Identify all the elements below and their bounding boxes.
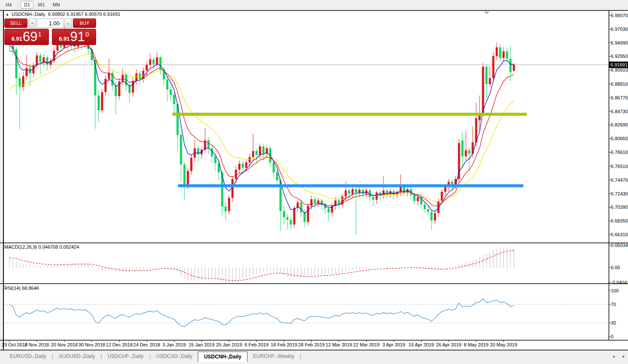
date-axis-label: 18 Feb 2019 (271, 342, 297, 347)
candle-bear (328, 208, 330, 212)
trading-platform-window: H4 D1 W1 MN 6.990706.970306.949906.92950… (0, 0, 628, 364)
candle-bear (304, 213, 306, 222)
trendline-support-blue[interactable] (178, 184, 523, 187)
candle-bull (441, 192, 443, 201)
date-axis-label: 3 Jan 2019 (163, 342, 186, 347)
buy-button[interactable]: BUY (73, 18, 96, 28)
candle-bear (170, 90, 172, 95)
price-axis-label: 6.74470 (611, 177, 628, 183)
candle-bull (513, 65, 515, 71)
candle-bear (462, 140, 464, 156)
candle-bear (424, 205, 426, 209)
candle-bear (300, 202, 302, 212)
date-axis-label: 15 Jan 2019 (189, 342, 215, 347)
candle-bear (486, 67, 488, 84)
candle-bear (173, 95, 175, 104)
date-axis-label: 12 Dec 2018 (106, 342, 133, 347)
price-axis-label: 6.78610 (611, 150, 628, 155)
date-axis-label: 6 Feb 2019 (245, 342, 269, 347)
sell-button[interactable]: SELL (4, 18, 27, 28)
macd-axis-label: 0.00 (611, 265, 620, 270)
rsi-axis-label: 100 (611, 288, 619, 293)
macd-axis-label: -0.040415 (611, 280, 628, 285)
candle-bear (414, 195, 416, 201)
symbol-tab-audusd[interactable]: AUDUSD-,Daily (53, 352, 101, 361)
price-axis-label: 6.94990 (611, 40, 628, 45)
price-axis-label: 6.66310 (611, 232, 628, 237)
tab-scroll-left-icon[interactable]: ◄ (612, 355, 615, 358)
candle-bull (149, 59, 151, 64)
candle-bull (458, 143, 460, 179)
price-axis-label: 6.84730 (611, 109, 628, 114)
symbol-tab-eurusd[interactable]: EURUSD-,Daily (4, 352, 52, 361)
price-axis-label: 6.82690 (611, 122, 628, 127)
candle-bull (22, 76, 24, 87)
candle-bull (245, 162, 248, 168)
price-axis-label: 6.86770 (611, 95, 628, 100)
date-axis-label: 25 Jan 2019 (216, 342, 242, 347)
candle-bull (36, 55, 38, 65)
rsi-indicator-label: RSI(14) 68.8646 (4, 286, 39, 291)
candle-bear (287, 217, 289, 220)
candle-bull (136, 73, 138, 81)
candle-bear (276, 172, 278, 180)
candle-bear (263, 146, 265, 153)
tab-scroll-right-icon[interactable]: ► (622, 355, 625, 358)
buy-price-prefix: 6.91 (59, 36, 69, 42)
candle-bull (317, 201, 320, 203)
symbol-tab-usdchf[interactable]: USDCHF-,Daily (102, 352, 149, 361)
candle-bull (465, 150, 467, 156)
tab-separator: | (300, 352, 301, 361)
date-axis-label: 30 Nov 2018 (78, 342, 105, 347)
trendline-resistance-green[interactable] (172, 113, 527, 116)
collapse-chart-icon[interactable]: ▲ (6, 12, 9, 16)
candle-bull (345, 190, 347, 196)
date-axis-label: 15 Apr 2019 (408, 342, 434, 347)
macd-indicator-label: MACD(12,26,9) 0.046708 0.052424 (4, 244, 79, 250)
candle-bear (273, 162, 275, 172)
symbol-tab-usdcnh[interactable]: USDCNH-,Daily (198, 352, 247, 362)
volume-input[interactable] (37, 18, 63, 28)
candlestick-chart[interactable]: 6.990706.970306.949906.929506.909106.888… (0, 0, 628, 364)
candle-bull (489, 78, 491, 84)
symbol-tab-eurchf[interactable]: EURCHF-,Weekly (248, 352, 300, 361)
volume-decrease-button[interactable]: ▼ (28, 18, 36, 28)
price-axis-label: 6.99070 (611, 13, 628, 18)
rsi-axis-label: 0 (611, 334, 613, 339)
price-axis-label: 6.70390 (611, 205, 628, 210)
candle-bear (211, 148, 213, 156)
date-axis-label: 29 Oct 2018 (2, 342, 27, 347)
price-axis-label: 6.88810 (611, 81, 628, 87)
candle-bull (352, 189, 354, 194)
sell-price-display[interactable]: 6.91 69 1 (4, 29, 49, 45)
candle-bear (506, 51, 508, 59)
candle-bear (431, 212, 433, 220)
price-axis-label: 6.90910 (611, 67, 628, 72)
candle-bear (129, 85, 131, 93)
candle-bear (314, 199, 316, 203)
symbol-tab-usdcad[interactable]: USDCAD-,Daily (151, 352, 198, 361)
candle-bear (510, 59, 512, 72)
candle-bull (417, 197, 419, 201)
candle-bull (190, 158, 193, 171)
date-axis-label: 3 Apr 2019 (382, 342, 405, 347)
candle-bull (187, 171, 189, 185)
price-axis-label: 6.92950 (611, 54, 628, 59)
candle-bull (293, 208, 296, 225)
candle-bear (348, 190, 350, 194)
candle-bull (235, 170, 237, 179)
candle-bull (122, 75, 124, 81)
candle-bull (482, 67, 484, 114)
date-axis-label: 20 Nov 2018 (51, 342, 78, 347)
volume-increase-button[interactable]: ▲ (64, 18, 72, 28)
candle-bull (311, 199, 313, 206)
candle-bear (160, 57, 162, 69)
candle-bull (496, 47, 498, 56)
date-axis-label: 28 Feb 2019 (298, 342, 325, 347)
ohlc-values: 6.90802 6.91957 6.90570 6.91691 (48, 12, 120, 17)
candle-bear (214, 156, 217, 163)
symbol-tab-bar: EURUSD-,Daily|AUDUSD-,Daily|USDCHF-,Dail… (0, 351, 628, 364)
candle-bull (232, 179, 234, 198)
candle-bear (166, 79, 169, 89)
buy-price-display[interactable]: 6.91 91 0 (52, 29, 97, 45)
